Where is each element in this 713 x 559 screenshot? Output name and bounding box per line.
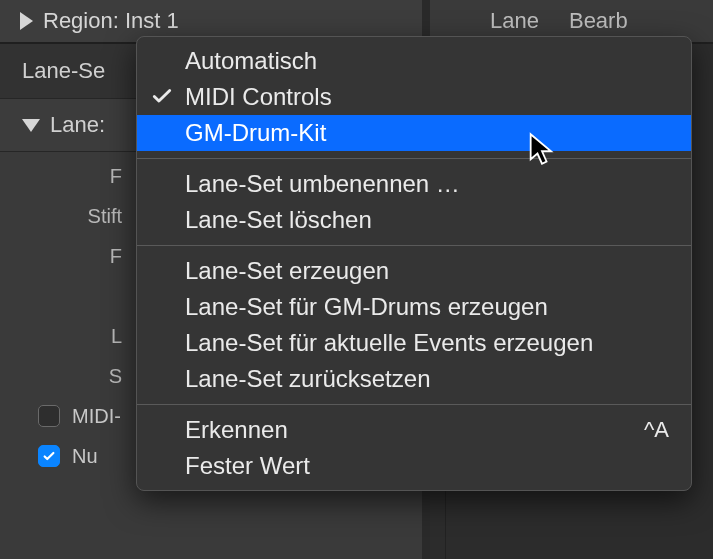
menu-item-label: Lane-Set für GM-Drums erzeugen	[185, 293, 548, 321]
menu-shortcut: ^A	[644, 417, 669, 443]
checkbox[interactable]	[38, 445, 60, 467]
menu-item-label: Erkennen	[185, 416, 288, 444]
tab-lane[interactable]: Lane	[490, 8, 539, 34]
lane-set-label: Lane-Se	[22, 58, 105, 84]
region-label: Region: Inst 1	[43, 8, 179, 34]
menu-item-midi-controls[interactable]: MIDI Controls	[137, 79, 691, 115]
menu-item-label: GM-Drum-Kit	[185, 119, 326, 147]
menu-item-label: Lane-Set löschen	[185, 206, 372, 234]
menu-item-detect[interactable]: Erkennen ^A	[137, 412, 691, 448]
param-label: F	[110, 245, 122, 268]
menu-item-automatisch[interactable]: Automatisch	[137, 43, 691, 79]
checkbox-label: MIDI-	[72, 405, 121, 428]
menu-item-label: Lane-Set zurücksetzen	[185, 365, 430, 393]
tab-edit[interactable]: Bearb	[569, 8, 628, 34]
menu-item-gm-drum-kit[interactable]: GM-Drum-Kit	[137, 115, 691, 151]
menu-item-delete-lane-set[interactable]: Lane-Set löschen	[137, 202, 691, 238]
menu-item-label: Automatisch	[185, 47, 317, 75]
menu-item-create-current-events-lane-set[interactable]: Lane-Set für aktuelle Events erzeugen	[137, 325, 691, 361]
check-icon	[151, 85, 173, 107]
menu-item-reset-lane-set[interactable]: Lane-Set zurücksetzen	[137, 361, 691, 397]
param-label: S	[109, 365, 122, 388]
lane-set-menu: Automatisch MIDI Controls GM-Drum-Kit La…	[136, 36, 692, 491]
menu-item-label: Lane-Set umbenennen …	[185, 170, 460, 198]
lane-label: Lane:	[50, 112, 105, 138]
checkbox[interactable]	[38, 405, 60, 427]
param-label: L	[111, 325, 122, 348]
menu-separator	[137, 245, 691, 246]
menu-item-fixed-value[interactable]: Fester Wert	[137, 448, 691, 484]
menu-item-label: MIDI Controls	[185, 83, 332, 111]
disclosure-right-icon	[20, 12, 33, 30]
menu-separator	[137, 158, 691, 159]
menu-separator	[137, 404, 691, 405]
menu-item-label: Lane-Set erzeugen	[185, 257, 389, 285]
menu-item-label: Lane-Set für aktuelle Events erzeugen	[185, 329, 593, 357]
menu-item-rename-lane-set[interactable]: Lane-Set umbenennen …	[137, 166, 691, 202]
menu-item-create-lane-set[interactable]: Lane-Set erzeugen	[137, 253, 691, 289]
menu-item-label: Fester Wert	[185, 452, 310, 480]
disclosure-down-icon	[22, 119, 40, 132]
param-label: Stift	[88, 205, 122, 228]
checkbox-label: Nu	[72, 445, 98, 468]
menu-item-create-gm-drums-lane-set[interactable]: Lane-Set für GM-Drums erzeugen	[137, 289, 691, 325]
param-label: F	[110, 165, 122, 188]
